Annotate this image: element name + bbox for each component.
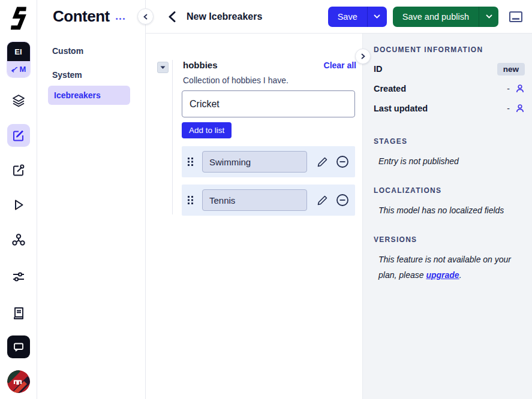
panel-toggle-button[interactable] [507,8,525,26]
save-split-button: Save [328,7,387,27]
add-to-list-button[interactable]: Add to list [182,122,232,138]
remove-item-icon[interactable] [336,155,349,168]
workspace-environment-switcher[interactable]: EI M [7,42,30,77]
edit-item-icon[interactable] [317,156,328,168]
schema-icon[interactable] [7,89,30,112]
document-information-heading: DOCUMENT INFORMATION [374,46,525,54]
id-row: ID new [374,62,525,75]
created-row: Created - [374,82,525,95]
webhooks-icon[interactable] [7,228,30,251]
drag-handle-icon[interactable] [187,157,194,167]
support-chat-icon[interactable] [7,335,30,358]
sidebar-section-system: System [37,70,145,80]
sidebar-item-icebreakers[interactable]: Icebreakers [48,86,130,105]
id-new-badge: new [497,63,525,75]
remove-item-icon[interactable] [336,194,349,207]
panel-expand-button[interactable] [355,49,371,64]
hobby-input[interactable] [182,90,355,117]
versions-heading: VERSIONS [374,235,525,244]
settings-icon[interactable] [7,265,30,288]
work-area: New Icebreakers Save Save and publish [146,0,532,399]
localizations-heading: LOCALIZATIONS [374,186,525,195]
chevron-right-icon [360,53,366,59]
sidebar-collapse-button[interactable] [137,8,154,25]
hygraph-logo-icon[interactable] [7,5,31,31]
field-collapse-button[interactable] [157,62,169,73]
chevron-down-icon [374,14,380,19]
stages-text: Entry is not published [374,154,521,170]
save-dropdown-button[interactable] [367,7,387,27]
field-indent-guide [172,60,173,214]
sidebar-more-menu[interactable]: ••• [116,11,127,22]
list-item-value: Tennis [202,189,307,211]
branch-icon [11,66,19,73]
dock-panel-icon [509,10,523,23]
sidebar-section-custom: Custom [37,46,145,56]
back-chevron-icon [168,11,176,22]
edit-item-icon[interactable] [317,195,328,206]
environment-badge: M [7,61,30,77]
save-and-publish-button[interactable]: Save and publish [393,7,479,27]
last-updated-row: Last updated - [374,102,525,115]
field-label: hobbies [183,60,218,70]
save-button[interactable]: Save [328,7,367,27]
list-item: Swimming [182,146,355,177]
workspace-badge: EI [7,42,30,61]
field-description: Collection of hobbies I have. [182,75,356,85]
topbar: New Icebreakers Save Save and publish [146,0,532,34]
save-publish-split-button: Save and publish [393,7,498,27]
localizations-text: This model has no localized fields [374,203,521,219]
api-playground-icon[interactable] [7,194,30,216]
icon-rail: EI M [0,0,37,399]
versions-text: This feature is not available on your pl… [374,252,521,283]
clear-all-link[interactable]: Clear all [324,61,356,70]
drag-handle-icon[interactable] [187,195,194,205]
rail-nav [7,77,30,288]
documentation-icon[interactable] [7,302,30,325]
created-value: - [507,84,510,93]
user-person-icon [515,104,525,113]
user-avatar[interactable] [7,370,30,393]
page-title: New Icebreakers [187,11,262,22]
entry-editor: hobbies Clear all Collection of hobbies … [146,34,362,399]
content-sidebar: Content ••• Custom System Icebreakers [37,0,146,399]
document-panel: DOCUMENT INFORMATION ID new Created - L [362,34,532,399]
hobbies-field: hobbies Clear all Collection of hobbies … [182,60,356,223]
save-and-publish-dropdown-button[interactable] [479,7,498,27]
app-window: EI M [0,0,532,399]
caret-down-icon [160,66,166,69]
content-icon[interactable] [7,124,30,147]
chevron-left-icon [143,14,149,20]
back-button[interactable] [164,9,179,25]
upgrade-link[interactable]: upgrade [426,270,459,280]
chevron-down-icon [486,14,492,19]
list-item: Tennis [182,185,355,216]
assets-icon[interactable] [7,159,30,182]
user-person-icon [515,84,525,93]
last-updated-value: - [507,104,510,113]
sidebar-title: Content [53,7,110,26]
stages-heading: STAGES [374,137,525,146]
list-item-value: Swimming [202,151,307,173]
